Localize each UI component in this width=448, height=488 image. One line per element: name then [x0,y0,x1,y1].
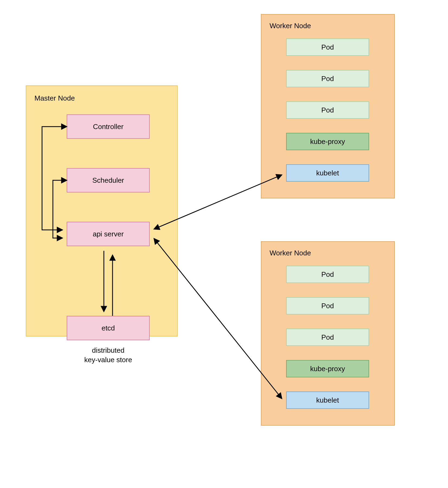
worker1-pod2-box: Pod [286,70,369,87]
worker2-pod1-box: Pod [286,266,369,283]
etcd-caption-line1: distributed [92,346,124,354]
api-server-label: api server [93,230,124,238]
master-node-title: Master Node [34,94,75,102]
worker-node-1-title: Worker Node [270,22,311,30]
worker1-pod3-box: Pod [286,101,369,119]
worker1-kube-proxy-label: kube-proxy [310,137,345,146]
worker2-pod2-box: Pod [286,297,369,314]
worker2-pod2-label: Pod [321,302,334,310]
api-server-box: api server [67,222,150,246]
worker1-kubelet-box: kubelet [286,164,369,182]
worker2-pod3-box: Pod [286,329,369,346]
etcd-box: etcd [67,316,150,340]
worker2-kube-proxy-box: kube-proxy [286,360,369,377]
worker2-kubelet-box: kubelet [286,391,369,409]
worker1-pod1-label: Pod [321,43,334,52]
scheduler-box: Scheduler [67,168,150,192]
diagram-canvas: Master Node Controller Scheduler api ser… [0,0,448,488]
etcd-caption: distributed key-value store [65,346,152,365]
etcd-caption-line2: key-value store [84,356,132,364]
worker2-kubelet-label: kubelet [316,396,339,404]
worker1-kubelet-label: kubelet [316,169,339,177]
controller-label: Controller [93,123,124,131]
worker1-kube-proxy-box: kube-proxy [286,133,369,150]
worker-node-2-title: Worker Node [270,249,311,257]
worker2-pod1-label: Pod [321,270,334,279]
worker1-pod2-label: Pod [321,75,334,83]
worker2-pod3-label: Pod [321,333,334,342]
controller-box: Controller [67,114,150,139]
worker2-kube-proxy-label: kube-proxy [310,365,345,373]
scheduler-label: Scheduler [92,176,124,185]
etcd-label: etcd [101,324,115,332]
worker1-pod1-box: Pod [286,38,369,56]
worker1-pod3-label: Pod [321,106,334,114]
